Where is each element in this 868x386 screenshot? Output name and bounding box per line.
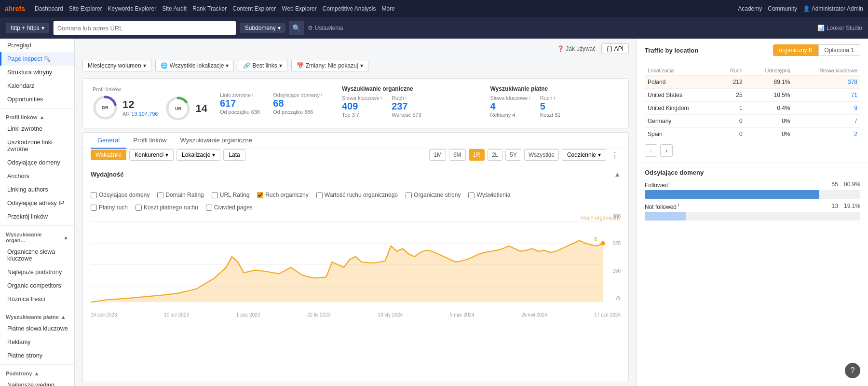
nav-content-explorer[interactable]: Content Explorer [232,5,276,12]
collapse-button[interactable]: ▲ [614,170,621,178]
lata-button[interactable]: Lata [223,149,245,161]
checkbox-url-rating[interactable]: URL Rating [212,192,250,198]
next-arrow-button[interactable]: › [660,144,673,157]
checkbox-crawled[interactable]: Crawled pages [206,204,253,211]
nav-dashboard[interactable]: Dashboard [35,5,63,12]
monthly-filter-button[interactable]: Miesięczny wolumen ▾ [82,60,151,71]
period-wszystkie[interactable]: Wszystkie [524,149,559,161]
sidebar-item-linki-zwrotne[interactable]: Linki zwrotne [0,122,74,136]
period-6m[interactable]: 6M [449,149,466,161]
cell-kw[interactable]: 2 [793,128,860,141]
organiczne-strony-checkbox[interactable] [406,192,412,198]
nav-keywords-explorer[interactable]: Keywords Explorer [108,5,156,12]
settings-button[interactable]: ⚙ Ustawienia [308,25,343,31]
ruch-organiczny-checkbox[interactable] [257,192,263,198]
nav-web-explorer[interactable]: Web Explorer [282,5,316,12]
sidebar-item-struktura[interactable]: Struktura witryny [0,66,74,79]
api-button[interactable]: { } API [601,43,629,54]
koszt-platnego-checkbox[interactable] [136,205,142,211]
sidebar-item-platne-kw[interactable]: Płatne słowa kluczowe [0,322,74,335]
dr-value: 12 [122,98,158,111]
period-5y[interactable]: 5Y [505,149,521,161]
url-search-input[interactable] [53,21,236,35]
nav-academy[interactable]: Academy [738,5,762,12]
location-table: Lokalizacja Ruch Udostępnij Słowa kluczo… [645,66,860,140]
tab-organiczny[interactable]: organiczny 8 [773,44,818,56]
followed-bar-item: Followed i 55 80.9% [645,181,860,199]
checkbox-domain-rating[interactable]: Domain Rating [157,192,203,198]
more-options-button[interactable]: ⋮ [609,151,621,160]
looker-studio-button[interactable]: 📊 Looker Studio [817,25,862,31]
sidebar-item-platne-strony[interactable]: Płatne strony [0,349,74,362]
chevron-down-icon: ▾ [278,25,281,31]
protocol-button[interactable]: http + https ▾ [6,23,49,33]
chevron-down-icon: ▾ [226,62,229,69]
help-button[interactable]: ? [845,363,860,378]
odsylajace-checkbox[interactable] [91,192,97,198]
domain-rating-checkbox[interactable] [157,192,163,198]
sidebar-item-linking-authors[interactable]: Linking authors [0,183,74,196]
checkbox-odsylajace[interactable]: Odsyłające domeny [91,192,149,198]
sidebar-item-kalendarz[interactable]: Kalendarz [0,79,74,93]
prev-arrow-button[interactable]: ‹ [645,144,657,157]
sidebar-item-najlepsze-linki[interactable]: Najlepsze według linków [0,378,74,386]
sidebar-item-najlepsze-podstrony[interactable]: Najlepsze podstrony [0,265,74,279]
wartosc-checkbox[interactable] [316,192,323,198]
lokalizacje-time-button[interactable]: Lokalizacje ▾ [176,149,220,161]
not-followed-bar-fill [645,212,686,221]
best-links-filter-button[interactable]: 🔗 Best links ▾ [238,60,287,71]
codziennie-button[interactable]: Codziennie ▾ [562,149,606,161]
url-rating-checkbox[interactable] [212,192,218,198]
cell-kw[interactable]: 71 [793,89,860,102]
sidebar-item-przeglad[interactable]: Przegląd [0,39,74,52]
lokalizacje-filter-button[interactable]: 🌐 Wszystkie lokalizacje ▾ [155,60,234,71]
wydajnosc-section: Wydajność ▲ [83,165,628,189]
period-1m[interactable]: 1M [429,149,446,161]
sidebar-item-anchors[interactable]: Anchors [0,169,74,183]
checkbox-organiczne-strony[interactable]: Organiczne strony [406,192,461,198]
nav-rank-tracker[interactable]: Rank Tracker [192,5,227,12]
checkbox-wyswietlenia[interactable]: Wyświetlenia [468,192,510,198]
platny-ruch-checkbox[interactable] [91,205,97,211]
nav-site-explorer[interactable]: Site Explorer [69,5,102,12]
period-1r[interactable]: 1R [469,149,485,161]
nav-community[interactable]: Community [768,5,797,12]
nav-more[interactable]: More [381,5,394,12]
nav-site-audit[interactable]: Site Audit [162,5,187,12]
chevron-down-icon: ▾ [143,62,146,69]
nav-competitive-analysis[interactable]: Competitive Analysis [323,5,376,12]
sidebar-item-odsylajace-domeny[interactable]: Odsyłające domeny [0,156,74,169]
tab-oplacona[interactable]: Opłacona 1 [818,44,860,56]
sidebar-item-uszkodzone[interactable]: Uszkodzone linki zwrotne [0,136,74,156]
cell-kw[interactable]: 7 [793,115,860,128]
subdomain-button[interactable]: Subdomeny ▾ [240,23,285,33]
checkbox-wartosc[interactable]: Wartość ruchu organicznego [316,192,398,198]
cell-kw[interactable]: 378 [793,76,860,89]
tab-profil-linkow[interactable]: Profil linków [126,133,173,149]
sidebar-item-reklamy[interactable]: Reklamy [0,335,74,349]
y-axis-300: 300 [606,214,621,219]
sidebar-item-opportunities[interactable]: Opportunities [0,93,74,106]
tab-general[interactable]: General [91,133,126,149]
crawled-checkbox[interactable] [206,205,212,211]
zmiany-filter-button[interactable]: 📅 Zmiany: Nie pokazuj ▾ [291,60,368,71]
tab-wyszukiwanie-organiczne[interactable]: Wyszukiwanie organiczne [174,133,259,149]
sidebar-item-organic-competitors[interactable]: Organic competitors [0,279,74,292]
x-axis-label: 1 paz 2023 [236,312,260,317]
period-2l[interactable]: 2L [488,149,502,161]
cell-kw[interactable]: 9 [793,102,860,115]
sidebar-item-odsylajace-adresy[interactable]: Odsyłające adresy IP [0,196,74,210]
checkbox-koszt-platnego[interactable]: Koszt płatnego ruchu [136,204,198,211]
search-button[interactable]: 🔍 [289,21,304,35]
wyswietlenia-checkbox[interactable] [468,192,475,198]
sidebar-item-organic-kw[interactable]: Organiczne słowa kluczowe [0,245,74,265]
checkbox-platny-ruch[interactable]: Płatny ruch [91,204,128,211]
jak-uzywac-link[interactable]: ❓ Jak używać [557,45,596,52]
checkbox-ruch-organiczny[interactable]: Ruch organiczny [257,192,308,198]
sidebar-item-przekroj[interactable]: Przekrój linków [0,210,74,223]
sidebar-item-roznica[interactable]: Różnica treści [0,292,74,306]
col-udostepnij: Udostępnij [746,66,793,76]
sidebar-item-page-inspect[interactable]: Page inspect 🔍 [0,52,74,66]
wskazniki-button[interactable]: Wskaźniki [91,150,126,160]
konkurenci-button[interactable]: Konkurenci ▾ [129,149,174,161]
